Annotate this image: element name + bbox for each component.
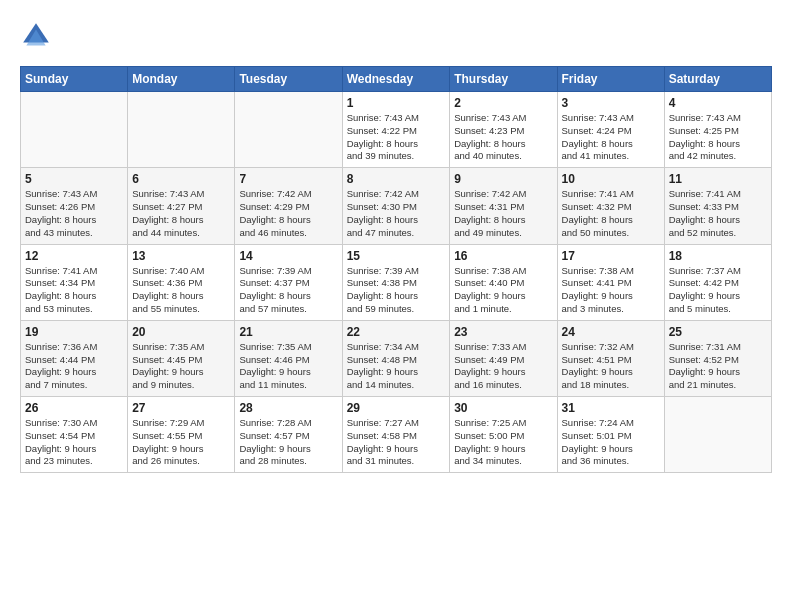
day-info: Sunrise: 7:31 AM Sunset: 4:52 PM Dayligh… bbox=[669, 341, 767, 392]
day-info: Sunrise: 7:43 AM Sunset: 4:26 PM Dayligh… bbox=[25, 188, 123, 239]
day-number: 18 bbox=[669, 249, 767, 263]
day-number: 3 bbox=[562, 96, 660, 110]
day-cell bbox=[21, 92, 128, 168]
day-number: 10 bbox=[562, 172, 660, 186]
day-info: Sunrise: 7:33 AM Sunset: 4:49 PM Dayligh… bbox=[454, 341, 552, 392]
day-info: Sunrise: 7:42 AM Sunset: 4:30 PM Dayligh… bbox=[347, 188, 446, 239]
day-number: 22 bbox=[347, 325, 446, 339]
day-info: Sunrise: 7:29 AM Sunset: 4:55 PM Dayligh… bbox=[132, 417, 230, 468]
day-info: Sunrise: 7:43 AM Sunset: 4:24 PM Dayligh… bbox=[562, 112, 660, 163]
day-cell: 25Sunrise: 7:31 AM Sunset: 4:52 PM Dayli… bbox=[664, 320, 771, 396]
day-number: 17 bbox=[562, 249, 660, 263]
day-info: Sunrise: 7:42 AM Sunset: 4:31 PM Dayligh… bbox=[454, 188, 552, 239]
weekday-header-saturday: Saturday bbox=[664, 67, 771, 92]
day-cell: 22Sunrise: 7:34 AM Sunset: 4:48 PM Dayli… bbox=[342, 320, 450, 396]
day-info: Sunrise: 7:35 AM Sunset: 4:46 PM Dayligh… bbox=[239, 341, 337, 392]
day-number: 7 bbox=[239, 172, 337, 186]
day-info: Sunrise: 7:38 AM Sunset: 4:40 PM Dayligh… bbox=[454, 265, 552, 316]
day-cell bbox=[128, 92, 235, 168]
day-number: 11 bbox=[669, 172, 767, 186]
day-info: Sunrise: 7:38 AM Sunset: 4:41 PM Dayligh… bbox=[562, 265, 660, 316]
day-cell: 15Sunrise: 7:39 AM Sunset: 4:38 PM Dayli… bbox=[342, 244, 450, 320]
day-number: 5 bbox=[25, 172, 123, 186]
day-cell: 2Sunrise: 7:43 AM Sunset: 4:23 PM Daylig… bbox=[450, 92, 557, 168]
day-number: 1 bbox=[347, 96, 446, 110]
day-info: Sunrise: 7:32 AM Sunset: 4:51 PM Dayligh… bbox=[562, 341, 660, 392]
day-cell: 10Sunrise: 7:41 AM Sunset: 4:32 PM Dayli… bbox=[557, 168, 664, 244]
day-number: 2 bbox=[454, 96, 552, 110]
day-cell: 20Sunrise: 7:35 AM Sunset: 4:45 PM Dayli… bbox=[128, 320, 235, 396]
day-info: Sunrise: 7:34 AM Sunset: 4:48 PM Dayligh… bbox=[347, 341, 446, 392]
day-number: 30 bbox=[454, 401, 552, 415]
day-info: Sunrise: 7:43 AM Sunset: 4:22 PM Dayligh… bbox=[347, 112, 446, 163]
day-cell: 7Sunrise: 7:42 AM Sunset: 4:29 PM Daylig… bbox=[235, 168, 342, 244]
day-number: 27 bbox=[132, 401, 230, 415]
day-number: 9 bbox=[454, 172, 552, 186]
day-cell: 9Sunrise: 7:42 AM Sunset: 4:31 PM Daylig… bbox=[450, 168, 557, 244]
logo-icon bbox=[20, 20, 52, 52]
day-number: 23 bbox=[454, 325, 552, 339]
day-number: 14 bbox=[239, 249, 337, 263]
day-cell: 8Sunrise: 7:42 AM Sunset: 4:30 PM Daylig… bbox=[342, 168, 450, 244]
day-info: Sunrise: 7:30 AM Sunset: 4:54 PM Dayligh… bbox=[25, 417, 123, 468]
day-number: 6 bbox=[132, 172, 230, 186]
day-cell: 6Sunrise: 7:43 AM Sunset: 4:27 PM Daylig… bbox=[128, 168, 235, 244]
day-number: 19 bbox=[25, 325, 123, 339]
day-cell bbox=[235, 92, 342, 168]
day-number: 31 bbox=[562, 401, 660, 415]
day-cell: 12Sunrise: 7:41 AM Sunset: 4:34 PM Dayli… bbox=[21, 244, 128, 320]
calendar: SundayMondayTuesdayWednesdayThursdayFrid… bbox=[20, 66, 772, 473]
weekday-header-friday: Friday bbox=[557, 67, 664, 92]
day-info: Sunrise: 7:37 AM Sunset: 4:42 PM Dayligh… bbox=[669, 265, 767, 316]
day-info: Sunrise: 7:25 AM Sunset: 5:00 PM Dayligh… bbox=[454, 417, 552, 468]
day-cell: 26Sunrise: 7:30 AM Sunset: 4:54 PM Dayli… bbox=[21, 397, 128, 473]
day-info: Sunrise: 7:39 AM Sunset: 4:38 PM Dayligh… bbox=[347, 265, 446, 316]
week-row-4: 26Sunrise: 7:30 AM Sunset: 4:54 PM Dayli… bbox=[21, 397, 772, 473]
day-info: Sunrise: 7:43 AM Sunset: 4:27 PM Dayligh… bbox=[132, 188, 230, 239]
weekday-header-sunday: Sunday bbox=[21, 67, 128, 92]
page: SundayMondayTuesdayWednesdayThursdayFrid… bbox=[0, 0, 792, 483]
day-cell: 21Sunrise: 7:35 AM Sunset: 4:46 PM Dayli… bbox=[235, 320, 342, 396]
day-cell: 24Sunrise: 7:32 AM Sunset: 4:51 PM Dayli… bbox=[557, 320, 664, 396]
day-info: Sunrise: 7:43 AM Sunset: 4:25 PM Dayligh… bbox=[669, 112, 767, 163]
day-cell: 27Sunrise: 7:29 AM Sunset: 4:55 PM Dayli… bbox=[128, 397, 235, 473]
day-cell: 23Sunrise: 7:33 AM Sunset: 4:49 PM Dayli… bbox=[450, 320, 557, 396]
day-number: 13 bbox=[132, 249, 230, 263]
day-cell: 18Sunrise: 7:37 AM Sunset: 4:42 PM Dayli… bbox=[664, 244, 771, 320]
day-number: 12 bbox=[25, 249, 123, 263]
day-cell: 5Sunrise: 7:43 AM Sunset: 4:26 PM Daylig… bbox=[21, 168, 128, 244]
day-cell: 3Sunrise: 7:43 AM Sunset: 4:24 PM Daylig… bbox=[557, 92, 664, 168]
day-cell: 14Sunrise: 7:39 AM Sunset: 4:37 PM Dayli… bbox=[235, 244, 342, 320]
day-cell: 11Sunrise: 7:41 AM Sunset: 4:33 PM Dayli… bbox=[664, 168, 771, 244]
week-row-0: 1Sunrise: 7:43 AM Sunset: 4:22 PM Daylig… bbox=[21, 92, 772, 168]
weekday-header-row: SundayMondayTuesdayWednesdayThursdayFrid… bbox=[21, 67, 772, 92]
day-info: Sunrise: 7:28 AM Sunset: 4:57 PM Dayligh… bbox=[239, 417, 337, 468]
day-info: Sunrise: 7:41 AM Sunset: 4:34 PM Dayligh… bbox=[25, 265, 123, 316]
day-cell: 29Sunrise: 7:27 AM Sunset: 4:58 PM Dayli… bbox=[342, 397, 450, 473]
day-number: 4 bbox=[669, 96, 767, 110]
header bbox=[20, 20, 772, 52]
day-info: Sunrise: 7:41 AM Sunset: 4:32 PM Dayligh… bbox=[562, 188, 660, 239]
weekday-header-tuesday: Tuesday bbox=[235, 67, 342, 92]
weekday-header-wednesday: Wednesday bbox=[342, 67, 450, 92]
week-row-1: 5Sunrise: 7:43 AM Sunset: 4:26 PM Daylig… bbox=[21, 168, 772, 244]
day-info: Sunrise: 7:43 AM Sunset: 4:23 PM Dayligh… bbox=[454, 112, 552, 163]
week-row-3: 19Sunrise: 7:36 AM Sunset: 4:44 PM Dayli… bbox=[21, 320, 772, 396]
day-cell: 31Sunrise: 7:24 AM Sunset: 5:01 PM Dayli… bbox=[557, 397, 664, 473]
day-number: 25 bbox=[669, 325, 767, 339]
day-info: Sunrise: 7:41 AM Sunset: 4:33 PM Dayligh… bbox=[669, 188, 767, 239]
weekday-header-monday: Monday bbox=[128, 67, 235, 92]
weekday-header-thursday: Thursday bbox=[450, 67, 557, 92]
logo bbox=[20, 20, 58, 52]
day-cell: 28Sunrise: 7:28 AM Sunset: 4:57 PM Dayli… bbox=[235, 397, 342, 473]
day-number: 24 bbox=[562, 325, 660, 339]
day-cell: 4Sunrise: 7:43 AM Sunset: 4:25 PM Daylig… bbox=[664, 92, 771, 168]
day-info: Sunrise: 7:39 AM Sunset: 4:37 PM Dayligh… bbox=[239, 265, 337, 316]
day-cell: 13Sunrise: 7:40 AM Sunset: 4:36 PM Dayli… bbox=[128, 244, 235, 320]
day-info: Sunrise: 7:27 AM Sunset: 4:58 PM Dayligh… bbox=[347, 417, 446, 468]
day-number: 8 bbox=[347, 172, 446, 186]
week-row-2: 12Sunrise: 7:41 AM Sunset: 4:34 PM Dayli… bbox=[21, 244, 772, 320]
day-number: 15 bbox=[347, 249, 446, 263]
day-info: Sunrise: 7:35 AM Sunset: 4:45 PM Dayligh… bbox=[132, 341, 230, 392]
day-number: 26 bbox=[25, 401, 123, 415]
